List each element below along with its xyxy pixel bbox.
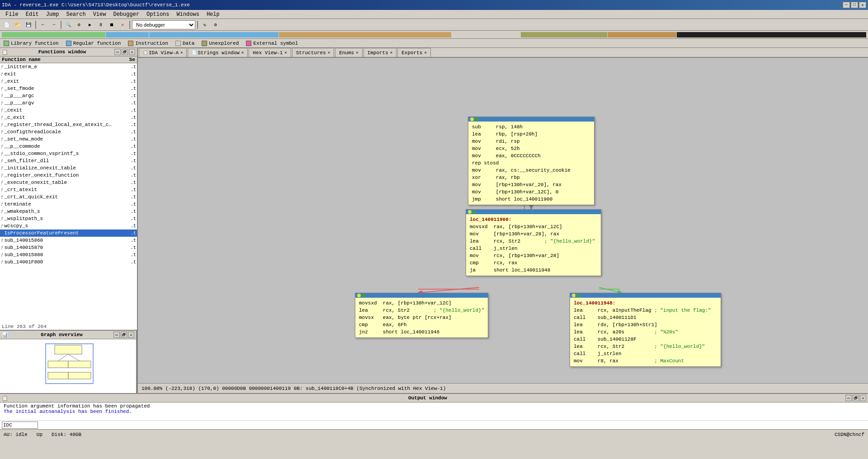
tab-structures[interactable]: Structures ✕ [292, 48, 334, 57]
tab-hex-close[interactable]: ✕ [284, 50, 287, 55]
fn-row-register-thread[interactable]: ƒ _register_thread_local_exe_atexit_c… .… [0, 121, 137, 128]
dot4-maximize[interactable] [576, 294, 580, 297]
menu-edit[interactable]: Edit [22, 10, 42, 19]
output-float[interactable]: 🗗 [853, 395, 859, 401]
menu-debugger[interactable]: Debugger [109, 10, 143, 19]
code-block-2[interactable]: loc_140011900: movsxd rax, [rbp+130h+var… [466, 209, 601, 276]
fn-row-vsprintf[interactable]: ƒ __stdio_common_vsprintf_s .t [0, 150, 137, 157]
tab-exports-close[interactable]: ✕ [424, 50, 426, 55]
toolbar-refresh[interactable]: ↻ [200, 20, 210, 30]
svg-line-11 [599, 287, 622, 293]
fn-name-27: sub_140015880 [4, 252, 123, 258]
toolbar-save[interactable]: 💾 [24, 20, 33, 30]
graph-close[interactable]: ✕ [128, 332, 134, 338]
toolbar-btn1[interactable]: 🔍 [63, 20, 73, 30]
fn-row-p__argc[interactable]: ƒ __p___argc .t [0, 92, 137, 99]
functions-list[interactable]: ƒ _initterm_e .t ƒ exit .t ƒ _exit .t ƒ … [0, 63, 137, 323]
fn-row-sub1f800[interactable]: ƒ sub_14001F800 .t [0, 258, 137, 266]
menu-help[interactable]: Help [203, 10, 223, 19]
tab-ida-view[interactable]: 📋 IDA View-A ✕ [139, 48, 187, 57]
toolbar-back[interactable]: ← [38, 20, 48, 30]
fn-row-wmakepath[interactable]: ƒ _wmakepath_s .t [0, 208, 137, 215]
output-input[interactable] [2, 422, 38, 429]
toolbar-btn2[interactable]: ⚙ [74, 20, 84, 30]
fn-row-seh[interactable]: ƒ _seh_filter_dll .t [0, 157, 137, 164]
menu-search[interactable]: Search [62, 10, 89, 19]
fn-row-sub15860[interactable]: ƒ sub_140015860 .t [0, 237, 137, 244]
tab-imports[interactable]: Imports ✕ [363, 48, 397, 57]
toolbar-open[interactable]: 📂 [13, 20, 23, 30]
toolbar-btn3[interactable]: ▶ [85, 20, 95, 30]
toolbar-btn5[interactable]: ⏹ [107, 20, 117, 30]
dot2-close[interactable] [477, 210, 481, 214]
menu-file[interactable]: File [2, 10, 22, 19]
panel-float[interactable]: 🗗 [122, 49, 128, 55]
menu-options[interactable]: Options [143, 10, 173, 19]
tab-imports-close[interactable]: ✕ [390, 50, 392, 55]
fn-row-crt-quick[interactable]: ƒ _crt_at_quick_exit .t [0, 193, 137, 201]
menu-windows[interactable]: Windows [173, 10, 203, 19]
fn-row-_exit[interactable]: ƒ _exit .t [0, 78, 137, 85]
dot-minimize[interactable] [470, 117, 474, 121]
tab-structures-close[interactable]: ✕ [328, 50, 330, 55]
graph-float[interactable]: 🗗 [121, 332, 127, 338]
dot2-minimize[interactable] [468, 210, 472, 214]
fn-row-c_exit[interactable]: ƒ _c_exit .t [0, 114, 137, 121]
minimap-container[interactable] [0, 339, 136, 392]
dot3-maximize[interactable] [362, 294, 365, 297]
fn-row-crt-atexit[interactable]: ƒ _crt_atexit .t [0, 186, 137, 193]
fn-row-cexit[interactable]: ƒ _cexit .t [0, 107, 137, 114]
fn-row-set_fmode[interactable]: ƒ _set_fmode .t [0, 85, 137, 92]
fn-row-register-onexit[interactable]: ƒ _register_onexit_function .t [0, 172, 137, 179]
fn-row-execute-onexit[interactable]: ƒ _execute_onexit_table .t [0, 179, 137, 186]
code-block-3[interactable]: movsxd rax, [rbp+130h+var_12C] lea rcx, … [355, 293, 488, 338]
panel-restore[interactable]: ▭ [114, 49, 121, 55]
dot2-maximize[interactable] [472, 210, 476, 214]
minimize-button[interactable]: ─ [843, 2, 850, 8]
output-close[interactable]: ✕ [860, 395, 866, 401]
ida-view[interactable]: sub rsp, 148h lea rbp, [rsp+20h] mov rdi… [138, 58, 868, 393]
debugger-dropdown[interactable]: No debugger [132, 20, 195, 29]
fn-row-wcscpy[interactable]: ƒ wcscpy_s .t [0, 222, 137, 230]
close-button[interactable]: ✕ [859, 2, 866, 8]
fn-row-terminate[interactable]: ƒ terminate .t [0, 201, 137, 208]
toolbar-sep2 [61, 21, 61, 29]
dot3-close[interactable] [366, 294, 370, 297]
fn-row-isprocessor[interactable]: ƒ IsProcessorFeaturePresent .t [0, 230, 137, 237]
maximize-button[interactable]: □ [851, 2, 858, 8]
dot-maximize[interactable] [475, 117, 478, 121]
output-restore[interactable]: ▭ [845, 395, 852, 401]
toolbar-settings[interactable]: ⚙ [211, 20, 221, 30]
panel-close[interactable]: ✕ [129, 49, 135, 55]
graph-restore[interactable]: ▭ [113, 332, 120, 338]
fn-row-configthread[interactable]: ƒ _configthreadlocale .t [0, 128, 137, 136]
code-block-1[interactable]: sub rsp, 148h lea rbp, [rsp+20h] mov rdi… [468, 117, 594, 205]
fn-row-set_new_mode[interactable]: ƒ _set_new_mode .t [0, 136, 137, 143]
fn-row-initterm[interactable]: ƒ _initterm_e .t [0, 63, 137, 70]
fn-row-exit[interactable]: ƒ exit .t [0, 70, 137, 78]
tab-strings[interactable]: 📄 Strings window ✕ [188, 48, 248, 57]
tab-strings-close[interactable]: ✕ [241, 50, 244, 55]
tab-enums-close[interactable]: ✕ [356, 50, 358, 55]
toolbar-new[interactable]: 📄 [2, 20, 12, 30]
dot3-minimize[interactable] [357, 294, 361, 297]
tab-exports[interactable]: Exports ✕ [397, 48, 431, 57]
code-block-4[interactable]: loc_140011948: lea rcx, aInputTheFlag ; … [570, 293, 721, 367]
tab-ida-close[interactable]: ✕ [180, 50, 183, 55]
fn-row-sub15880[interactable]: ƒ sub_140015880 .t [0, 251, 137, 258]
menu-view[interactable]: View [90, 10, 110, 19]
tab-enums[interactable]: Enums ✕ [335, 48, 362, 57]
fn-row-p-commode[interactable]: ƒ __p__commode .t [0, 143, 137, 150]
toolbar-fwd[interactable]: → [49, 20, 59, 30]
toolbar-btn4[interactable]: ⏸ [96, 20, 106, 30]
fn-row-sub15870[interactable]: ƒ sub_140015870 .t [0, 244, 137, 251]
fn-row-p__argv[interactable]: ƒ __p___argv .t [0, 99, 137, 107]
fn-row-init-onexit[interactable]: ƒ _initialize_onexit_table .t [0, 164, 137, 172]
toolbar-stop[interactable]: ✕ [118, 20, 127, 30]
menu-jump[interactable]: Jump [42, 10, 63, 19]
dot4-close[interactable] [581, 294, 585, 297]
dot4-minimize[interactable] [572, 294, 576, 297]
fn-row-wsplitpath[interactable]: ƒ _wsplitpath_s .t [0, 215, 137, 222]
dot-close[interactable] [479, 117, 483, 121]
tab-hex[interactable]: Hex View-1 ✕ [249, 48, 291, 57]
